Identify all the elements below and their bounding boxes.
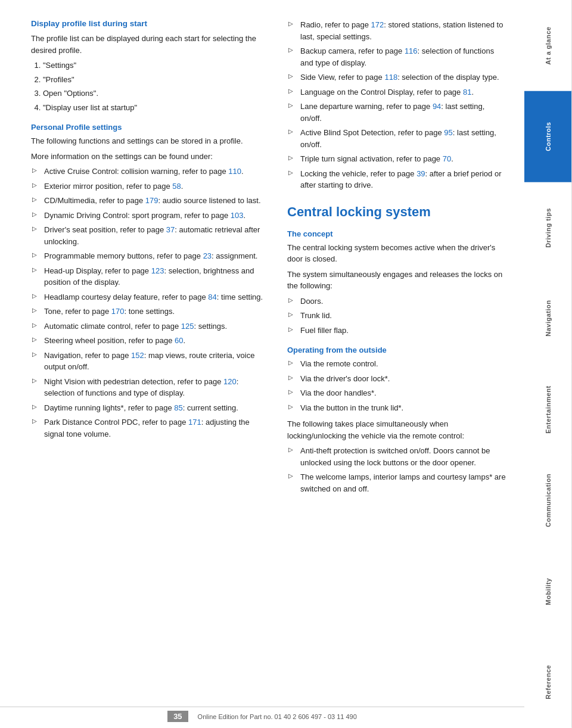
list-item: Driver's seat position, refer to page 37… bbox=[31, 224, 269, 247]
list-item: Fuel filler flap. bbox=[287, 325, 508, 337]
page-link[interactable]: 39 bbox=[416, 169, 425, 178]
sidebar-item[interactable]: Communication bbox=[524, 455, 572, 546]
page-link[interactable]: 23 bbox=[203, 251, 212, 260]
list-item: Radio, refer to page 172: stored station… bbox=[287, 19, 508, 42]
list-item: Navigation, refer to page 152: map views… bbox=[31, 350, 269, 373]
section2-title: Personal Profile settings bbox=[31, 123, 269, 132]
outside-title: Operating from the outside bbox=[287, 346, 508, 354]
list-item: Side View, refer to page 118: selection … bbox=[287, 71, 508, 83]
right-column: Radio, refer to page 172: stored station… bbox=[287, 19, 508, 499]
concept-p1: The central locking system becomes activ… bbox=[287, 242, 508, 265]
list-item: Headlamp courtesy delay feature, refer t… bbox=[31, 291, 269, 303]
outside-p1: The following takes place simultaneously… bbox=[287, 418, 508, 441]
list-item: Head-up Display, refer to page 123: sele… bbox=[31, 265, 269, 288]
list-item: Via the door handles*. bbox=[287, 387, 508, 399]
list-item: Steering wheel position, refer to page 6… bbox=[31, 335, 269, 347]
outside-bullets: Via the remote control.Via the driver's … bbox=[287, 358, 508, 413]
list-item: Active Blind Spot Detection, refer to pa… bbox=[287, 127, 508, 150]
list-item: Via the button in the trunk lid*. bbox=[287, 402, 508, 414]
step-item: "Settings" bbox=[43, 60, 269, 71]
list-item: Lane departure warning, refer to page 94… bbox=[287, 101, 508, 124]
step-item: Open "Options". bbox=[43, 88, 269, 99]
bullets-left: Active Cruise Control: collision warning… bbox=[31, 166, 269, 440]
big-section-title: Central locking system bbox=[287, 204, 508, 220]
page-link[interactable]: 123 bbox=[151, 266, 164, 275]
page-link[interactable]: 37 bbox=[166, 225, 175, 234]
concept-title: The concept bbox=[287, 229, 508, 238]
list-item: Locking the vehicle, refer to page 39: a… bbox=[287, 168, 508, 191]
sidebar-item[interactable]: Navigation bbox=[524, 273, 572, 364]
list-item: Park Distance Control PDC, refer to page… bbox=[31, 416, 269, 440]
page-link[interactable]: 60 bbox=[175, 336, 183, 345]
concept-p2: The system simultaneously engages and re… bbox=[287, 269, 508, 292]
section1-title: Display profile list during start bbox=[31, 19, 269, 28]
list-item: CD/Multimedia, refer to page 179: audio … bbox=[31, 195, 269, 207]
steps-list: "Settings""Profiles"Open "Options"."Disp… bbox=[43, 60, 269, 113]
list-item: Backup camera, refer to page 116: select… bbox=[287, 45, 508, 69]
page-link[interactable]: 116 bbox=[405, 46, 418, 55]
sidebar-item[interactable]: Controls bbox=[524, 91, 572, 182]
list-item: The welcome lamps, interior lamps and co… bbox=[287, 471, 508, 494]
sidebar-item[interactable]: Entertainment bbox=[524, 364, 572, 455]
bullets-right: Radio, refer to page 172: stored station… bbox=[287, 19, 508, 191]
page-link[interactable]: 110 bbox=[228, 167, 241, 176]
page-link[interactable]: 103 bbox=[231, 211, 244, 220]
page-link[interactable]: 118 bbox=[384, 73, 397, 82]
concept-bullets: Doors.Trunk lid.Fuel filler flap. bbox=[287, 295, 508, 337]
page-link[interactable]: 95 bbox=[444, 128, 452, 137]
list-item: Language on the Control Display, refer t… bbox=[287, 86, 508, 98]
page-link[interactable]: 58 bbox=[172, 182, 181, 191]
list-item: Via the remote control. bbox=[287, 358, 508, 370]
list-item: Tone, refer to page 170: tone settings. bbox=[31, 306, 269, 318]
page-link[interactable]: 152 bbox=[131, 351, 144, 360]
page-link[interactable]: 172 bbox=[371, 20, 384, 29]
section1-p1: The profile list can be displayed during… bbox=[31, 33, 269, 56]
list-item: Trunk lid. bbox=[287, 310, 508, 322]
section2-p2: More information on the settings can be … bbox=[31, 151, 269, 163]
list-item: Active Cruise Control: collision warning… bbox=[31, 166, 269, 178]
footer-text: Online Edition for Part no. 01 40 2 606 … bbox=[198, 713, 357, 720]
list-item: Automatic climate control, refer to page… bbox=[31, 321, 269, 332]
list-item: Triple turn signal activation, refer to … bbox=[287, 153, 508, 165]
sidebar-item[interactable]: At a glance bbox=[524, 0, 572, 91]
list-item: Daytime running lights*, refer to page 8… bbox=[31, 402, 269, 414]
page-link[interactable]: 125 bbox=[181, 322, 194, 331]
outside-bullets2: Anti-theft protection is switched on/off… bbox=[287, 445, 508, 494]
list-item: Programmable memory buttons, refer to pa… bbox=[31, 250, 269, 262]
footer: 35 Online Edition for Part no. 01 40 2 6… bbox=[0, 707, 524, 722]
list-item: Dynamic Driving Control: sport program, … bbox=[31, 210, 269, 222]
list-item: Night Vision with pedestrian detection, … bbox=[31, 376, 269, 399]
page-link[interactable]: 120 bbox=[223, 377, 237, 386]
section2-p1: The following functions and settings can… bbox=[31, 135, 269, 147]
left-column: Display profile list during start The pr… bbox=[31, 19, 269, 499]
list-item: Doors. bbox=[287, 295, 508, 307]
main-content: Display profile list during start The pr… bbox=[0, 0, 524, 728]
page-link[interactable]: 84 bbox=[208, 293, 216, 301]
sidebar-item[interactable]: Mobility bbox=[524, 546, 572, 637]
page-link[interactable]: 94 bbox=[433, 102, 441, 111]
page-number: 35 bbox=[167, 711, 188, 722]
page-link[interactable]: 81 bbox=[463, 88, 471, 97]
list-item: Via the driver's door lock*. bbox=[287, 373, 508, 385]
sidebar: At a glanceControlsDriving tipsNavigatio… bbox=[524, 0, 572, 728]
page-link[interactable]: 170 bbox=[111, 307, 125, 316]
page-link[interactable]: 70 bbox=[443, 154, 451, 163]
list-item: Anti-theft protection is switched on/off… bbox=[287, 445, 508, 468]
page-link[interactable]: 179 bbox=[145, 196, 158, 205]
step-item: "Profiles" bbox=[43, 74, 269, 86]
page-link[interactable]: 171 bbox=[188, 418, 201, 427]
list-item: Exterior mirror position, refer to page … bbox=[31, 181, 269, 192]
step-item: "Display user list at startup" bbox=[43, 102, 269, 114]
sidebar-item[interactable]: Driving tips bbox=[524, 182, 572, 273]
page-link[interactable]: 85 bbox=[174, 403, 182, 412]
sidebar-item[interactable]: Reference bbox=[524, 637, 572, 728]
